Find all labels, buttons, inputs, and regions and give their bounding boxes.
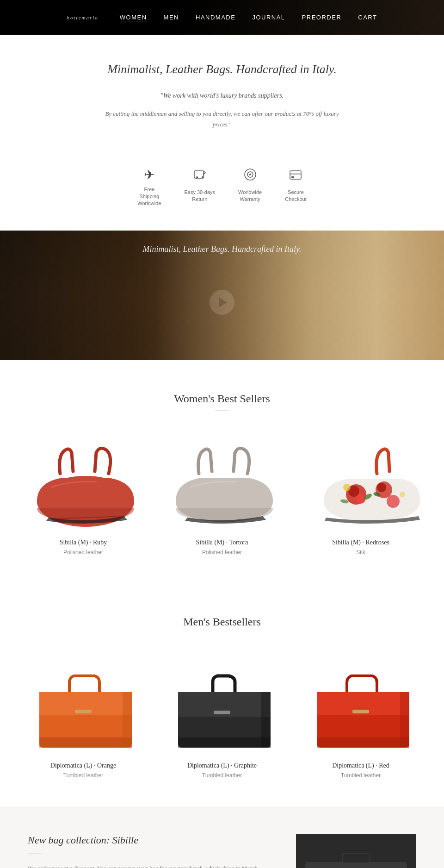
svg-rect-23: [39, 737, 132, 748]
feature-shipping: ✈ FreeShippingWorldwide: [137, 167, 161, 207]
product-material-sibilla-tortora: Polished leather: [157, 549, 287, 556]
preorder-section: New bag collection: Sibille Pre-order no…: [0, 806, 444, 868]
product-name-diplomatica-graphite: Diplomatica (L) · Graphite: [157, 762, 287, 769]
sibilla-tortora-image: [162, 441, 282, 529]
mens-section: Men's Bestsellers: [0, 583, 444, 806]
svg-rect-32: [400, 692, 409, 748]
svg-point-15: [387, 495, 400, 508]
svg-point-20: [400, 492, 405, 497]
preorder-image: [296, 834, 416, 868]
svg-rect-24: [123, 692, 132, 748]
preorder-title: New bag collection: Sibille: [28, 834, 278, 846]
navigation: bottemario WOMEN MEN HANDMADE JOURNAL PR…: [0, 0, 444, 35]
svg-point-14: [377, 483, 386, 492]
nav-preorder[interactable]: PREORDER: [302, 14, 342, 21]
video-section: Minimalist, Leather Bags. Handcrafted in…: [0, 231, 444, 360]
womens-divider: [215, 411, 229, 411]
product-sibilla-redroses[interactable]: Sibilla (M) · Redroses Silk: [296, 439, 426, 556]
features-row: ✈ FreeShippingWorldwide Easy 30-daysRetu…: [0, 149, 444, 231]
svg-point-19: [343, 484, 351, 491]
checkout-label: SecureCheckout: [285, 189, 306, 203]
svg-rect-22: [75, 710, 92, 713]
mens-divider: [215, 634, 229, 634]
product-sibilla-tortora[interactable]: Sibilla (M) · Tortora Polished leather: [157, 439, 287, 556]
nav-handmade[interactable]: HANDMADE: [196, 14, 235, 21]
feature-return: Easy 30-daysReturn: [184, 167, 215, 207]
mens-product-grid: Diplomatica (L) · Orange Tumbled leather…: [0, 662, 444, 806]
product-name-sibilla-ruby: Sibilla (M) · Ruby: [18, 539, 148, 546]
intro-heading: Minimalist, Leather Bags. Handcrafted in…: [37, 62, 407, 76]
product-sibilla-ruby[interactable]: Sibilla (M) · Ruby Polished leather: [18, 439, 148, 556]
mens-title: Men's Bestsellers: [0, 616, 444, 628]
nav-cart[interactable]: CART: [358, 14, 377, 21]
brand-logo: bottemario: [67, 15, 99, 20]
womens-section: Women's Best Sellers: [0, 360, 444, 583]
product-material-sibilla-redroses: Silk: [296, 549, 426, 556]
shipping-label: FreeShippingWorldwide: [137, 186, 161, 207]
product-name-sibilla-tortora: Sibilla (M) · Tortora: [157, 539, 287, 546]
warranty-label: WorldwideWarranty: [238, 189, 262, 203]
svg-rect-31: [317, 737, 409, 748]
airplane-icon: ✈: [137, 167, 161, 182]
svg-point-1: [196, 176, 198, 178]
product-diplomatica-red[interactable]: Diplomatica (L) · Red Tumbled leather: [296, 662, 426, 779]
preorder-description: Pre-order now at a discount. You can res…: [28, 863, 278, 868]
diplomatica-graphite-image: [162, 662, 282, 755]
intro-section: Minimalist, Leather Bags. Handcrafted in…: [0, 35, 444, 149]
sibilla-ruby-image: [23, 441, 143, 529]
feature-warranty: WorldwideWarranty: [238, 167, 262, 207]
video-text: Minimalist, Leather Bags. Handcrafted in…: [0, 244, 444, 254]
svg-rect-36: [342, 854, 370, 863]
womens-title: Women's Best Sellers: [0, 393, 444, 405]
product-diplomatica-orange[interactable]: Diplomatica (L) · Orange Tumbled leather: [18, 662, 148, 779]
intro-quote: "We work with world's luxury brands supp…: [106, 90, 338, 101]
svg-rect-30: [352, 710, 369, 713]
product-material-diplomatica-orange: Tumbled leather: [18, 772, 148, 779]
svg-rect-8: [291, 176, 294, 178]
product-name-sibilla-redroses: Sibilla (M) · Redroses: [296, 539, 426, 546]
sibilla-redroses-image: [301, 441, 421, 529]
return-label: Easy 30-daysReturn: [184, 189, 215, 203]
feature-checkout: SecureCheckout: [285, 167, 306, 207]
product-name-diplomatica-orange: Diplomatica (L) · Orange: [18, 762, 148, 769]
nav-men[interactable]: MEN: [164, 14, 179, 21]
svg-rect-27: [178, 737, 271, 748]
warranty-icon: [238, 167, 262, 185]
product-diplomatica-graphite[interactable]: Diplomatica (L) · Graphite Tumbled leath…: [157, 662, 287, 779]
diplomatica-orange-image: [23, 662, 143, 755]
nav-journal[interactable]: JOURNAL: [252, 14, 285, 21]
svg-point-5: [249, 174, 251, 175]
return-icon: [184, 167, 215, 185]
product-material-diplomatica-red: Tumbled leather: [296, 772, 426, 779]
svg-rect-28: [261, 692, 271, 748]
product-name-diplomatica-red: Diplomatica (L) · Red: [296, 762, 426, 769]
svg-rect-7: [290, 173, 301, 175]
svg-rect-26: [214, 711, 230, 714]
nav-women[interactable]: WOMEN: [120, 14, 147, 21]
checkout-icon: [285, 167, 306, 185]
preorder-divider: [28, 854, 42, 854]
intro-description: By cutting the middleman and selling to …: [102, 108, 342, 130]
svg-point-2: [202, 176, 204, 178]
womens-product-grid: Sibilla (M) · Ruby Polished leather Sibi…: [0, 439, 444, 583]
product-material-sibilla-ruby: Polished leather: [18, 549, 148, 556]
diplomatica-red-image: [301, 662, 421, 755]
product-material-diplomatica-graphite: Tumbled leather: [157, 772, 287, 779]
